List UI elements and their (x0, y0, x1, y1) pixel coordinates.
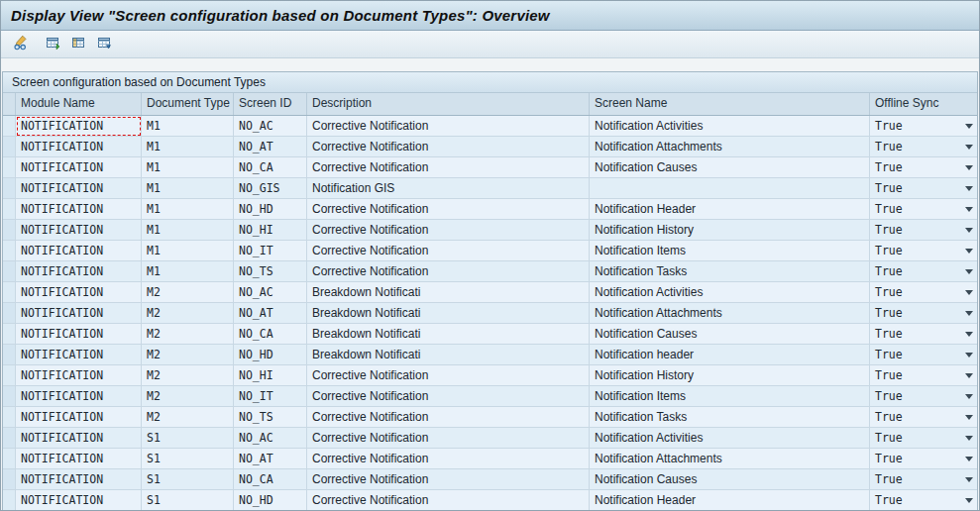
dropdown-arrow-icon[interactable] (965, 249, 973, 254)
row-selector[interactable] (3, 241, 16, 261)
row-selector[interactable] (3, 469, 16, 490)
cell-screen-id[interactable]: NO_HD (234, 490, 307, 511)
cell-screen-name[interactable]: Notification Items (590, 386, 870, 407)
cell-screen-name[interactable] (590, 178, 870, 199)
cell-screen-name[interactable]: Notification Attachments (590, 449, 870, 469)
cell-document-type[interactable]: M1 (142, 261, 234, 282)
display-change-toggle-button[interactable] (9, 34, 33, 55)
cell-screen-id[interactable]: NO_HI (234, 220, 307, 241)
dropdown-arrow-icon[interactable] (965, 145, 973, 150)
dropdown-arrow-icon[interactable] (965, 353, 973, 358)
dropdown-arrow-icon[interactable] (965, 124, 973, 129)
cell-screen-name[interactable]: Notification Activities (590, 282, 870, 303)
cell-document-type[interactable]: M2 (142, 303, 234, 324)
cell-description[interactable]: Notification GIS (307, 178, 590, 199)
dropdown-arrow-icon[interactable] (965, 457, 973, 461)
row-selector[interactable] (3, 324, 16, 345)
cell-offline-sync[interactable]: True (870, 157, 977, 178)
row-selector[interactable] (3, 116, 16, 137)
cell-document-type[interactable]: M1 (142, 157, 234, 178)
row-selector[interactable] (3, 407, 16, 428)
cell-screen-name[interactable]: Notification History (590, 365, 870, 386)
cell-offline-sync[interactable]: True (870, 116, 977, 137)
cell-document-type[interactable]: M1 (142, 137, 234, 157)
dropdown-arrow-icon[interactable] (965, 415, 973, 420)
cell-screen-id[interactable]: NO_CA (234, 157, 307, 178)
cell-screen-name[interactable]: Notification Attachments (590, 137, 870, 157)
cell-screen-id[interactable]: NO_GIS (234, 178, 307, 199)
cell-module-name[interactable]: NOTIFICATION (16, 469, 142, 490)
column-header-offline-sync[interactable]: Offline Sync (870, 93, 977, 115)
cell-screen-name[interactable]: Notification Header (590, 490, 870, 511)
cell-module-name[interactable]: NOTIFICATION (16, 490, 142, 511)
cell-screen-id[interactable]: NO_IT (234, 386, 307, 407)
cell-screen-id[interactable]: NO_IT (234, 241, 307, 261)
cell-screen-id[interactable]: NO_AC (234, 428, 307, 449)
cell-description[interactable]: Corrective Notification (307, 241, 590, 261)
cell-screen-id[interactable]: NO_CA (234, 469, 307, 490)
cell-document-type[interactable]: M1 (142, 241, 234, 261)
cell-description[interactable]: Breakdown Notificati (307, 282, 590, 303)
row-selector[interactable] (3, 199, 16, 220)
cell-document-type[interactable]: M2 (142, 365, 234, 386)
cell-screen-name[interactable]: Notification Attachments (590, 303, 870, 324)
cell-document-type[interactable]: M1 (142, 199, 234, 220)
column-header-module-name[interactable]: Module Name (16, 93, 142, 115)
cell-offline-sync[interactable]: True (870, 449, 977, 469)
cell-module-name[interactable]: NOTIFICATION (16, 116, 142, 137)
cell-module-name[interactable]: NOTIFICATION (16, 241, 142, 261)
cell-document-type[interactable]: S1 (142, 428, 234, 449)
table-action-button-3[interactable] (92, 34, 116, 55)
cell-document-type[interactable]: S1 (142, 469, 234, 490)
cell-screen-id[interactable]: NO_AT (234, 449, 307, 469)
cell-description[interactable]: Corrective Notification (307, 386, 590, 407)
cell-offline-sync[interactable]: True (870, 490, 977, 511)
cell-offline-sync[interactable]: True (870, 178, 977, 199)
cell-description[interactable]: Breakdown Notificati (307, 303, 590, 324)
column-header-screen-id[interactable]: Screen ID (234, 93, 307, 115)
row-selector[interactable] (3, 449, 16, 469)
cell-description[interactable]: Corrective Notification (307, 157, 590, 178)
cell-screen-name[interactable]: Notification Causes (590, 469, 870, 490)
cell-screen-name[interactable]: Notification header (590, 345, 870, 365)
row-selector[interactable] (3, 365, 16, 386)
cell-description[interactable]: Corrective Notification (307, 407, 590, 428)
cell-offline-sync[interactable]: True (870, 428, 977, 449)
cell-screen-id[interactable]: NO_HD (234, 199, 307, 220)
dropdown-arrow-icon[interactable] (965, 436, 973, 441)
cell-offline-sync[interactable]: True (870, 365, 977, 386)
cell-description[interactable]: Breakdown Notificati (307, 345, 590, 365)
cell-document-type[interactable]: M2 (142, 345, 234, 365)
cell-module-name[interactable]: NOTIFICATION (16, 178, 142, 199)
cell-screen-id[interactable]: NO_AT (234, 303, 307, 324)
row-selector[interactable] (3, 345, 16, 365)
cell-document-type[interactable]: M2 (142, 282, 234, 303)
row-selector[interactable] (3, 261, 16, 282)
cell-document-type[interactable]: M1 (142, 116, 234, 137)
cell-offline-sync[interactable]: True (870, 469, 977, 490)
cell-offline-sync[interactable]: True (870, 261, 977, 282)
cell-description[interactable]: Corrective Notification (307, 137, 590, 157)
cell-module-name[interactable]: NOTIFICATION (16, 407, 142, 428)
cell-module-name[interactable]: NOTIFICATION (16, 199, 142, 220)
cell-document-type[interactable]: M2 (142, 407, 234, 428)
cell-document-type[interactable]: M1 (142, 178, 234, 199)
cell-module-name[interactable]: NOTIFICATION (16, 324, 142, 345)
cell-offline-sync[interactable]: True (870, 241, 977, 261)
row-selector[interactable] (3, 303, 16, 324)
cell-offline-sync[interactable]: True (870, 386, 977, 407)
cell-screen-name[interactable]: Notification Items (590, 241, 870, 261)
cell-screen-id[interactable]: NO_CA (234, 324, 307, 345)
cell-module-name[interactable]: NOTIFICATION (16, 365, 142, 386)
table-action-button-2[interactable] (66, 34, 90, 55)
cell-screen-name[interactable]: Notification Tasks (590, 261, 870, 282)
dropdown-arrow-icon[interactable] (965, 311, 973, 316)
row-selector[interactable] (3, 428, 16, 449)
cell-screen-name[interactable]: Notification Tasks (590, 407, 870, 428)
cell-screen-name[interactable]: Notification History (590, 220, 870, 241)
cell-module-name[interactable]: NOTIFICATION (16, 157, 142, 178)
cell-screen-id[interactable]: NO_AC (234, 116, 307, 137)
cell-description[interactable]: Corrective Notification (307, 220, 590, 241)
cell-description[interactable]: Corrective Notification (307, 469, 590, 490)
cell-document-type[interactable]: S1 (142, 490, 234, 511)
